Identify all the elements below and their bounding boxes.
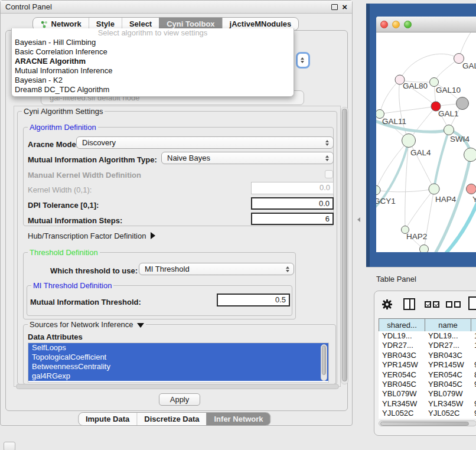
- uncheck-all-icon[interactable]: [446, 301, 452, 308]
- network-node-swi4[interactable]: [444, 125, 454, 135]
- which-threshold-combobox[interactable]: MI Threshold: [139, 263, 294, 275]
- close-window-icon[interactable]: [380, 21, 388, 28]
- network-edge[interactable]: [376, 189, 434, 192]
- algorithm-option-aracne-algorithm[interactable]: ARACNE Algorithm: [12, 57, 294, 66]
- tab-label: Cyni Toolbox: [167, 19, 214, 28]
- table-cell: YJL052C: [379, 409, 425, 418]
- table-file-icon[interactable]: [468, 296, 476, 310]
- close-icon[interactable]: ×: [342, 4, 347, 10]
- node-label: Y: [472, 195, 476, 204]
- table-cell: YBL079W: [425, 389, 471, 399]
- bottom-tab-infer-network[interactable]: Infer Network: [207, 413, 270, 425]
- control-panel-title: Control Panel: [5, 2, 52, 11]
- network-edge[interactable]: [400, 54, 459, 80]
- table-cell: [471, 389, 476, 399]
- node-label: GAL: [462, 61, 476, 70]
- node-label: GAL11: [382, 117, 406, 126]
- network-edge[interactable]: [434, 130, 449, 189]
- algorithm-option-basic-correlation-inference[interactable]: Basic Correlation Inference: [12, 47, 294, 57]
- settings-vscrollbar[interactable]: [341, 107, 348, 384]
- screen: Control Panel × NetworkStyleSelectCyni T…: [0, 0, 476, 450]
- minimized-panel-button[interactable]: [4, 442, 15, 450]
- bottom-tab-discretize-data[interactable]: Discretize Data: [136, 413, 206, 425]
- table-row[interactable]: YBR043CYBR043C: [379, 351, 476, 360]
- sources-legend[interactable]: Sources for Network Inference: [28, 321, 146, 328]
- node-label: GAL1: [438, 109, 459, 118]
- algorithm-option-mutual-information-inference[interactable]: Mutual Information Inference: [12, 66, 294, 76]
- node-label: GAL10: [436, 86, 461, 94]
- algorithm-option-bayesian-k2[interactable]: Bayesian - K2: [12, 76, 294, 85]
- titlebar-buttons: ×: [331, 4, 347, 10]
- combo-stepper-icon: [283, 266, 292, 272]
- column-header-shared[interactable]: shared...: [379, 319, 425, 332]
- table-cell: YLR345W: [379, 399, 425, 409]
- column-layout-icon[interactable]: [403, 298, 415, 310]
- attribute-item-betweennesscentrality[interactable]: BetweennessCentrality: [28, 362, 328, 371]
- column-header-name[interactable]: name: [425, 319, 471, 332]
- network-node[interactable]: [457, 97, 469, 110]
- check-all-icon[interactable]: [433, 301, 439, 308]
- network-edge[interactable]: [380, 80, 400, 114]
- table-cell: 9.: [471, 409, 476, 418]
- data-attributes-list[interactable]: SelfLoopsTopologicalCoefficientBetweenne…: [28, 343, 329, 383]
- network-window-titlebar: [376, 17, 476, 32]
- network-node[interactable]: [464, 148, 476, 162]
- minimize-window-icon[interactable]: [392, 21, 400, 28]
- table-panel-header: Table Panel: [366, 267, 476, 289]
- attribute-item-topologicalcoefficient[interactable]: TopologicalCoefficient: [28, 353, 328, 362]
- network-node-gcy1[interactable]: [376, 185, 380, 195]
- manual-kernel-checkbox[interactable]: [325, 170, 333, 178]
- network-edge[interactable]: [380, 106, 436, 114]
- aracne-mode-combobox[interactable]: Discovery: [76, 136, 334, 149]
- network-node-y[interactable]: [467, 184, 476, 194]
- uncheck-all-icon[interactable]: [454, 301, 461, 308]
- table-row[interactable]: YER054CYER054C8.: [379, 370, 476, 380]
- table-cell: 9.: [471, 380, 476, 389]
- table-hscrollbar[interactable]: [379, 420, 476, 426]
- network-node-hap4[interactable]: [429, 184, 439, 194]
- table-row[interactable]: YPR145WYPR145W9.: [379, 360, 476, 370]
- gear-icon[interactable]: [382, 299, 392, 309]
- bottom-tab-impute-data[interactable]: Impute Data: [79, 413, 136, 425]
- node-label: GAL80: [403, 81, 428, 90]
- table-cell: YBR045C: [425, 380, 471, 389]
- table-cell: YER054C: [425, 370, 471, 380]
- table-panel-title: Table Panel: [376, 275, 416, 283]
- float-panel-icon[interactable]: [331, 4, 338, 10]
- algorithm-option-bayesian-hill-climbing[interactable]: Bayesian - Hill Climbing: [12, 38, 294, 47]
- table-row[interactable]: YDL19...YDL19...13: [379, 331, 476, 341]
- hub-section-toggle[interactable]: Hub/Transcription Factor Definition: [28, 231, 155, 240]
- zoom-window-icon[interactable]: [404, 21, 412, 28]
- mi-threshold-field[interactable]: 0.5: [217, 294, 290, 306]
- check-all-icon[interactable]: [425, 301, 431, 308]
- dpi-tolerance-field[interactable]: 0.0: [251, 197, 334, 210]
- network-canvas[interactable]: GALGAL80GAL10GAL1GAL11SWI4GAL4GCY1HAP4YH…: [376, 32, 476, 252]
- attribute-item-selfloops[interactable]: SelfLoops: [28, 343, 328, 353]
- mi-steps-field[interactable]: 6: [251, 213, 334, 225]
- network-node-gal4[interactable]: [402, 134, 416, 148]
- inference-algorithm-combobox-fragment[interactable]: [296, 52, 310, 69]
- dpi-tolerance-label: DPI Tolerance [0,1]:: [28, 201, 99, 210]
- attributes-scrollbar[interactable]: [321, 344, 327, 381]
- table-row[interactable]: YJL052CYJL052C9.: [379, 409, 476, 418]
- threshold-definition-legend: Threshold Definition: [28, 249, 100, 256]
- algorithm-option-dream8-dc-tdc-algorithm[interactable]: Dream8 DC_TDC Algorithm: [12, 85, 294, 94]
- column-header-a[interactable]: A: [471, 319, 476, 332]
- which-threshold-value: MI Threshold: [139, 265, 283, 273]
- table-row[interactable]: YBR045CYBR045C9.: [379, 380, 476, 389]
- apply-button[interactable]: Apply: [159, 393, 200, 406]
- panel-divider-handle[interactable]: [357, 217, 360, 222]
- kernel-width-field: 0.0: [251, 182, 334, 194]
- dpi-tolerance-value: 0.0: [319, 199, 330, 208]
- table-row[interactable]: YBL079WYBL079W: [379, 389, 476, 399]
- node-label: HAP2: [406, 232, 427, 241]
- mi-type-combobox[interactable]: Naive Bayes: [161, 152, 334, 164]
- table-cell: YER054C: [379, 370, 425, 380]
- network-edge[interactable]: [405, 189, 434, 230]
- settings-hscrollbar[interactable]: [16, 384, 339, 389]
- attribute-item-gal4rgexp[interactable]: gal4RGexp: [28, 371, 328, 381]
- table-row[interactable]: YDR27...YDR27...12: [379, 341, 476, 350]
- table-row[interactable]: YLR345WYLR345W9.: [379, 399, 476, 409]
- network-node[interactable]: [420, 245, 429, 253]
- apply-button-label: Apply: [170, 395, 190, 404]
